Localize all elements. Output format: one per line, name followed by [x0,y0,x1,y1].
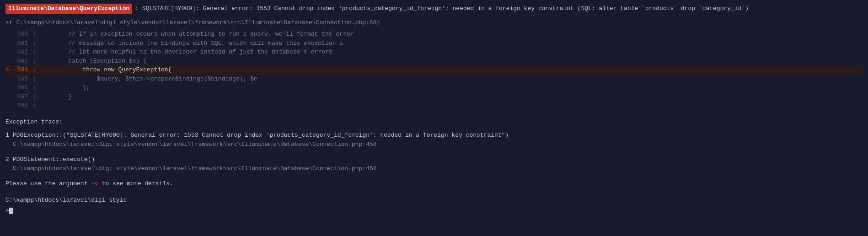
code-line-663: 663| catch (Exception $e) { [5,57,863,66]
line-content: ); [40,83,90,92]
cursor [9,208,13,214]
code-line-664: >664| throw new QueryException( [5,65,863,75]
trace-exception-line: PDOStatement::execute() [13,155,377,164]
exception-trace-label: Exception trace: [5,118,863,127]
code-line-668: 668| [5,101,863,110]
line-arrow [5,30,12,39]
trace-item: 1PDOException::("SQLSTATE[HY000]: Genera… [5,131,863,149]
line-pipe: | [32,65,36,75]
line-arrow [5,57,12,66]
line-pipe: | [32,75,36,84]
code-line-667: 667| } [5,92,863,102]
line-number: 660 [12,30,32,39]
code-line-661: 661| // message to include the bindings … [5,39,863,48]
trace-number: 1 [5,131,9,140]
code-block: 660| // If an exception occurs when atte… [5,30,863,110]
line-number: 666 [12,83,32,92]
line-pipe: | [32,48,36,57]
line-number: 668 [12,101,32,110]
line-content: } [40,92,72,102]
prompt-line: C:\xampp\htdocs\laravel\digi style [5,196,863,205]
please-use-line: Please use the argument -v to see more d… [5,179,863,188]
line-content: // message to include the bindings with … [40,39,343,48]
line-pipe: | [32,92,36,102]
line-number: 664 [12,65,32,75]
code-line-666: 666| ); [5,83,863,92]
trace-number: 2 [5,155,9,164]
line-number: 662 [12,48,32,57]
line-arrow [5,75,12,84]
line-arrow [5,39,12,48]
at-line: at C:\xampp\htdocs\laravel\digi style\ve… [5,18,863,27]
line-content: $query, $this->prepareBindings($bindings… [40,75,257,84]
line-pipe: | [32,83,36,92]
line-pipe: | [32,57,36,66]
terminal-window: Illuminate\Database\QueryException : SQL… [0,0,868,236]
line-content: // If an exception occurs when attemptin… [40,30,354,39]
code-line-665: 665| $query, $this->prepareBindings($bin… [5,75,863,84]
cursor-line: > [5,206,863,215]
please-use-suffix: to see more details. [102,180,173,187]
exception-header: Illuminate\Database\QueryException : SQL… [5,4,863,14]
line-number: 663 [12,57,32,66]
trace-exception-line: PDOException::("SQLSTATE[HY000]: General… [13,131,509,140]
exception-class: Illuminate\Database\QueryException [5,4,132,14]
line-content: catch (Exception $e) { [40,57,147,66]
trace-item: 2PDOStatement::execute()C:\xampp\htdocs\… [5,155,863,173]
line-arrow [5,92,12,102]
prompt-symbol: > [5,206,9,215]
flag-arg: -v [91,180,98,187]
line-pipe: | [32,101,36,110]
line-arrow [5,83,12,92]
line-pipe: | [32,39,36,48]
trace-path: C:\xampp\htdocs\laravel\digi style\vendo… [13,164,377,173]
exception-message: : SQLSTATE[HY000]: General error: 1553 C… [135,4,749,13]
trace-path: C:\xampp\htdocs\laravel\digi style\vendo… [13,140,509,149]
line-number: 665 [12,75,32,84]
line-content: throw new QueryException( [40,65,172,75]
trace-content: PDOStatement::execute()C:\xampp\htdocs\l… [13,155,377,173]
line-pipe: | [32,30,36,39]
line-arrow [5,101,12,110]
code-line-660: 660| // If an exception occurs when atte… [5,30,863,39]
trace-content: PDOException::("SQLSTATE[HY000]: General… [13,131,509,149]
prompt-path: C:\xampp\htdocs\laravel\digi style [5,197,127,204]
please-use-text: Please use the argument [5,180,87,187]
line-number: 661 [12,39,32,48]
line-arrow: > [5,65,12,75]
line-arrow [5,48,12,57]
trace-container: 1PDOException::("SQLSTATE[HY000]: Genera… [5,131,863,173]
line-number: 667 [12,92,32,102]
code-line-662: 662| // lot more helpful to the develope… [5,48,863,57]
line-content: // lot more helpful to the developer ins… [40,48,336,57]
